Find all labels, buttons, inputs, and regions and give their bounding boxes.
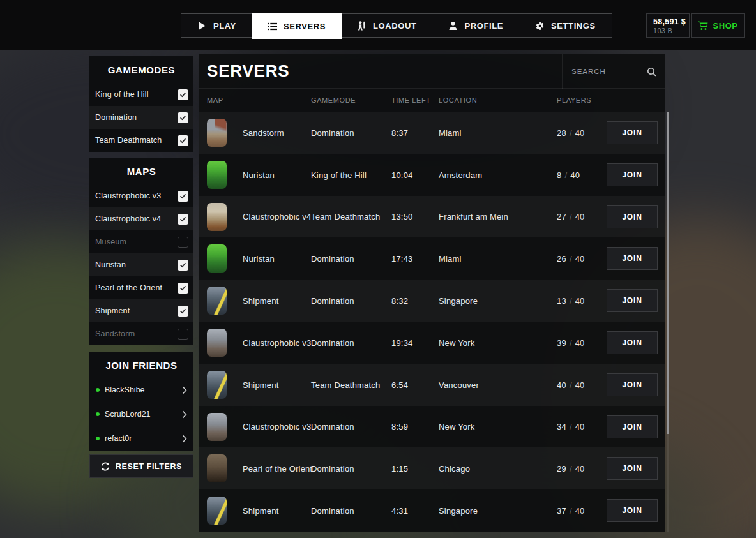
map-thumbnail-claustrophobic-v3 (207, 329, 227, 357)
checkbox-icon[interactable] (178, 112, 188, 123)
checkbox-icon[interactable] (178, 237, 188, 248)
online-status-icon (96, 412, 100, 416)
checkbox-icon[interactable] (178, 329, 188, 340)
players-current: 26 (557, 254, 566, 264)
server-row: NuristanKing of the Hill10:04Amsterdam8/… (199, 154, 665, 196)
players-separator: / (570, 128, 572, 137)
friend-row-scrublord21[interactable]: ScrubLord21 (89, 402, 193, 426)
friend-row-blackshibe[interactable]: BlackShibe (89, 378, 193, 402)
map-name: Shipment (243, 380, 279, 389)
players-separator: / (570, 422, 572, 431)
search-input[interactable] (571, 68, 642, 75)
players-separator: / (564, 170, 567, 179)
shop-button[interactable]: SHOP (691, 13, 745, 38)
players-max: 40 (575, 338, 585, 347)
checkbox-icon[interactable] (178, 283, 188, 294)
players-current: 39 (557, 338, 566, 347)
players-current: 37 (557, 506, 566, 516)
friend-name: refact0r (105, 434, 182, 443)
friend-row-refact0r[interactable]: refact0r (89, 426, 193, 451)
server-browser-header: SERVERS (199, 54, 665, 89)
location: New York (439, 338, 475, 347)
players-count: 37/40 (557, 506, 585, 516)
join-button[interactable]: JOIN (607, 289, 658, 312)
location: Miami (439, 254, 462, 264)
checkbox-icon[interactable] (178, 135, 188, 146)
chevron-right-icon[interactable] (182, 435, 187, 443)
filter-row-claustrophobic-v4[interactable]: Claustrophobic v4 (89, 207, 193, 230)
players-max: 40 (575, 212, 585, 221)
checkbox-icon[interactable] (178, 89, 188, 100)
join-button[interactable]: JOIN (607, 373, 658, 396)
join-button[interactable]: JOIN (607, 457, 658, 480)
search-box[interactable] (562, 54, 665, 89)
gamemode: Domination (311, 464, 354, 474)
gamemode: Domination (311, 128, 354, 137)
filter-row-king-of-the-hill[interactable]: King of the Hill (89, 83, 193, 106)
filter-row-nuristan[interactable]: Nuristan (89, 253, 193, 276)
filter-row-team-deathmatch[interactable]: Team Deathmatch (89, 129, 193, 152)
players-current: 28 (557, 128, 566, 137)
filter-row-shipment[interactable]: Shipment (89, 299, 193, 322)
person-icon (448, 21, 458, 31)
reset-icon (101, 462, 110, 471)
map-name: Claustrophobic v3 (243, 338, 311, 347)
join-button[interactable]: JOIN (607, 205, 658, 228)
filter-label: Domination (95, 113, 137, 122)
filter-row-sandstorm[interactable]: Sandstorm (89, 322, 193, 345)
join-button[interactable]: JOIN (607, 247, 658, 270)
scrollbar-thumb[interactable] (667, 112, 669, 434)
checkbox-icon[interactable] (178, 191, 188, 202)
map-thumbnail-shipment (207, 287, 227, 315)
filter-row-pearl-of-the-orient[interactable]: Pearl of the Orient (89, 276, 193, 299)
column-players: PLAYERS (557, 96, 591, 104)
chevron-right-icon[interactable] (182, 410, 187, 419)
join-button[interactable]: JOIN (607, 331, 658, 354)
map-name: Nuristan (243, 254, 275, 264)
join-button[interactable]: JOIN (607, 415, 658, 438)
join-button[interactable]: JOIN (607, 121, 658, 144)
filter-row-domination[interactable]: Domination (89, 106, 193, 129)
online-status-icon (96, 437, 100, 440)
nav-tab-settings[interactable]: SETTINGS (519, 14, 612, 37)
time-left: 8:59 (391, 422, 408, 431)
checkbox-icon[interactable] (178, 214, 188, 225)
nav-tab-profile[interactable]: PROFILE (432, 14, 519, 37)
players-current: 13 (557, 296, 566, 306)
filter-label: Sandstorm (95, 329, 135, 338)
ammo-amount: 103 B (653, 27, 689, 34)
reset-filters-label: RESET FILTERS (116, 462, 182, 471)
filter-row-claustrophobic-v3[interactable]: Claustrophobic v3 (89, 184, 193, 207)
gear-icon (535, 21, 545, 31)
scrollbar-track[interactable] (667, 112, 669, 532)
server-browser-panel: SERVERS MAP GAMEMODE TIME LEFT LOCATION … (199, 54, 665, 532)
gamemode: King of the Hill (311, 170, 367, 179)
filter-label: King of the Hill (95, 90, 149, 99)
players-max: 40 (575, 254, 585, 264)
search-icon[interactable] (647, 67, 656, 77)
map-name: Claustrophobic v4 (243, 212, 311, 221)
reset-filters-button[interactable]: RESET FILTERS (89, 454, 193, 478)
nav-tab-label: LOADOUT (373, 21, 416, 31)
join-button[interactable]: JOIN (607, 499, 658, 522)
players-current: 27 (557, 212, 566, 221)
chevron-right-icon[interactable] (182, 386, 187, 394)
map-name: Nuristan (243, 170, 275, 179)
nav-tab-servers[interactable]: SERVERS (252, 13, 342, 39)
filter-row-museum[interactable]: Museum (89, 230, 193, 253)
filter-label: Nuristan (95, 260, 126, 269)
players-max: 40 (575, 506, 585, 516)
nav-tab-play[interactable]: PLAY (181, 14, 252, 37)
map-thumbnail-shipment (207, 497, 227, 525)
map-thumbnail-nuristan (207, 244, 227, 273)
time-left: 17:43 (391, 254, 413, 264)
server-row: SandstormDomination8:37Miami28/40JOIN (199, 112, 665, 154)
checkbox-icon[interactable] (178, 260, 188, 271)
checkbox-icon[interactable] (178, 306, 188, 317)
location: Amsterdam (439, 170, 482, 179)
server-row: Claustrophobic v4Team Deathmatch13:50Fra… (199, 196, 665, 238)
nav-tab-loadout[interactable]: LOADOUT (341, 14, 432, 37)
map-name: Claustrophobic v3 (243, 422, 311, 431)
join-button[interactable]: JOIN (607, 163, 658, 186)
players-separator: / (570, 464, 572, 474)
